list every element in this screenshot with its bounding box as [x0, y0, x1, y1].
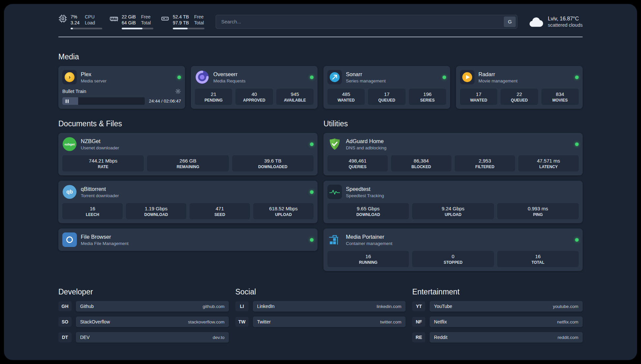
service-name: Radarr: [478, 71, 518, 77]
service-card-filebrowser[interactable]: File Browser Media File Management: [58, 228, 318, 251]
service-subtitle: Media File Management: [81, 241, 129, 246]
disk-widget: 52.4 TB 97.9 TB Free Total: [161, 14, 204, 29]
twitter-icon: TW: [235, 317, 249, 327]
service-card-overseerr[interactable]: Overseerr Media Requests 21 PENDING 40 A…: [191, 66, 318, 109]
dev-icon: DT: [58, 332, 72, 342]
memory-free-value: 22 GiB: [122, 14, 136, 20]
stat-remaining: 266 GB REMAINING: [147, 155, 229, 171]
service-subtitle: Container management: [346, 241, 392, 246]
memory-total-label: Total: [141, 20, 151, 26]
disk-total-value: 97.9 TB: [173, 20, 189, 26]
service-name: AdGuard Home: [346, 138, 386, 144]
plex-icon: ›: [62, 70, 77, 84]
status-dot: [310, 76, 314, 79]
service-name: Media Portainer: [346, 234, 392, 240]
service-subtitle: Speedtest Tracking: [346, 193, 384, 198]
service-card-qbittorrent[interactable]: qb qBittorrent Torrent downloader 16: [58, 181, 318, 223]
service-subtitle: Usenet downloader: [81, 145, 119, 150]
playback-progress-fill: [62, 97, 78, 105]
stackoverflow-icon: SO: [58, 317, 72, 327]
bookmark-youtube[interactable]: YT YouTube youtube.com: [412, 301, 583, 312]
stat-wanted: 17 WANTED: [460, 89, 497, 105]
reddit-icon: RE: [412, 332, 425, 342]
cpu-load-value: 3.24: [71, 20, 79, 26]
stat-rate: 744.21 Mbps RATE: [62, 155, 144, 171]
cloud-icon: [529, 16, 544, 27]
stat-series: 196 SERIES: [409, 89, 446, 105]
stat-filtered: 2,953 FILTERED: [455, 155, 515, 171]
bookmark-netflix[interactable]: NF Netflix netflix.com: [412, 317, 583, 327]
service-subtitle: Torrent downloader: [81, 193, 119, 198]
gear-icon[interactable]: [175, 88, 181, 94]
search-input[interactable]: [216, 15, 517, 29]
stat-blocked: 86,384 BLOCKED: [391, 155, 451, 171]
service-name: qBittorrent: [81, 186, 119, 192]
stat-approved: 40 APPROVED: [235, 89, 273, 105]
bookmark-linkedin[interactable]: LI LinkedIn linkedin.com: [235, 301, 406, 312]
section-title-developer: Developer: [58, 288, 229, 296]
bookmark-reddit[interactable]: RE Reddit reddit.com: [412, 332, 583, 343]
speedtest-icon: [327, 185, 342, 199]
stat-download: 9.65 Gbps DOWNLOAD: [327, 203, 409, 219]
status-dot: [310, 142, 314, 146]
service-name: NZBGet: [81, 138, 119, 144]
weather-widget: Lviv, 16.87°C scattered clouds: [529, 16, 583, 28]
bookmark-twitter[interactable]: TW Twitter twitter.com: [235, 317, 406, 327]
bookmark-github[interactable]: GH Github github.com: [58, 301, 229, 312]
service-subtitle: Movie management: [478, 78, 518, 83]
memory-bar-fill: [122, 28, 142, 29]
cpu-load-label: Load: [85, 20, 95, 26]
service-card-radarr[interactable]: Radarr Movie management 17 WANTED 22 QUE…: [456, 66, 583, 109]
search-box: G: [216, 15, 517, 29]
github-icon: GH: [58, 301, 72, 311]
now-playing-title: Bullet Train: [62, 89, 86, 94]
memory-icon: [109, 14, 118, 23]
pause-icon[interactable]: [66, 99, 69, 103]
netflix-icon: NF: [412, 317, 425, 327]
service-card-speedtest[interactable]: Speedtest Speedtest Tracking 9.65 Gbps D…: [323, 181, 583, 223]
youtube-icon: YT: [412, 301, 425, 311]
status-dot: [177, 76, 181, 79]
portainer-icon: [327, 232, 342, 247]
service-card-nzbget[interactable]: nzbget NZBGet Usenet downloader 744.21 M…: [58, 133, 318, 175]
playback-progress-bar[interactable]: [62, 97, 145, 105]
service-card-portainer[interactable]: Media Portainer Container management 16 …: [323, 228, 583, 271]
disk-free-value: 52.4 TB: [173, 14, 189, 20]
status-dot: [575, 76, 579, 79]
stat-queued: 17 QUEUED: [368, 89, 405, 105]
status-dot: [310, 190, 314, 194]
stat-total: 16 TOTAL: [497, 251, 579, 267]
stat-available: 945 AVAILABLE: [276, 89, 314, 105]
sonarr-icon: [327, 70, 342, 84]
service-card-plex[interactable]: › Plex Media server Bullet Train: [58, 66, 185, 109]
search-engine-button[interactable]: G: [504, 16, 516, 27]
disk-usage-bar: [173, 28, 204, 29]
disk-bar-fill: [173, 28, 188, 29]
stat-stopped: 0 STOPPED: [412, 251, 494, 267]
bookmark-stackoverflow[interactable]: SO StackOverflow stackoverflow.com: [58, 317, 229, 327]
service-name: Speedtest: [346, 186, 384, 192]
service-name: Sonarr: [346, 71, 386, 77]
service-subtitle: Media Requests: [213, 78, 246, 83]
bookmark-group-social: Social LI LinkedIn linkedin.com TW Twitt…: [235, 288, 406, 343]
section-title-documents: Documents & Files: [58, 119, 318, 128]
memory-usage-bar: [122, 28, 153, 29]
service-card-adguard[interactable]: AdGuard Home DNS and adblocking 498,461 …: [323, 133, 583, 175]
radarr-icon: [460, 70, 474, 84]
stat-downloaded: 39.6 TB DOWNLOADED: [232, 155, 314, 171]
stat-upload: 618.52 Mbps UPLOAD: [253, 203, 314, 219]
filebrowser-icon: [62, 232, 77, 247]
topbar-divider: [58, 37, 583, 37]
bookmark-dev[interactable]: DT DEV dev.to: [58, 332, 229, 343]
linkedin-icon: LI: [235, 301, 249, 311]
stat-latency: 47.571 ms LATENCY: [518, 155, 579, 171]
weather-location: Lviv, 16.87°C: [548, 16, 583, 22]
status-dot: [443, 76, 446, 79]
section-documents: Documents & Files nzbget NZBGet Usenet d…: [58, 119, 318, 271]
section-title-utilities: Utilities: [323, 119, 583, 128]
disk-free-label: Free: [194, 14, 204, 20]
stat-leech: 16 LEECH: [62, 203, 123, 219]
memory-total-value: 64 GiB: [122, 20, 136, 26]
weather-condition: scattered clouds: [548, 22, 583, 28]
service-card-sonarr[interactable]: Sonarr Series management 485 WANTED 17 Q…: [323, 66, 450, 109]
